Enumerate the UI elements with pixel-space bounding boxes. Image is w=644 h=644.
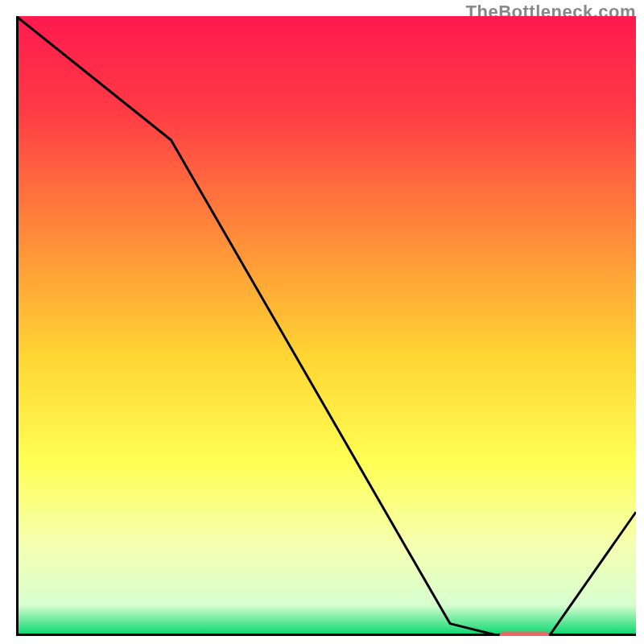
chart-container: TheBottleneck.com xyxy=(0,0,644,644)
chart-svg xyxy=(16,16,636,636)
optimum-marker xyxy=(500,632,550,637)
plot-background xyxy=(16,16,636,636)
